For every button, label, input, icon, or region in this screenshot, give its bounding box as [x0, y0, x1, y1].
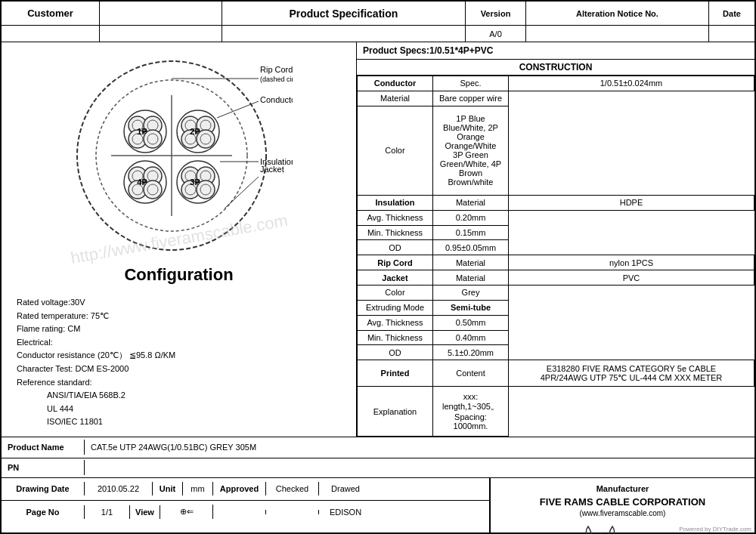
subcategory-label: Min. Thickness	[358, 330, 433, 345]
approved-label: Approved	[213, 482, 266, 495]
spec-table: ConductorSpec.1/0.51±0.024mmMaterialBare…	[357, 76, 754, 437]
category-label: Conductor	[358, 76, 433, 91]
unit-label: Unit	[153, 482, 183, 495]
version-label: Version	[466, 2, 526, 25]
page-no-value: 1/1	[85, 505, 130, 519]
subcategory-label: OD	[358, 240, 433, 255]
config-label: Configuration	[124, 265, 233, 285]
value-label: 1/0.51±0.024mm	[509, 76, 754, 91]
subcategory-label: Avg. Thickness	[358, 315, 433, 330]
footer-rows: Drawing Date 2010.05.22 Unit mm Approved…	[2, 478, 754, 534]
category-label: Insulation	[358, 195, 433, 210]
subcategory-label: Min. Thickness	[358, 225, 433, 240]
version-row-date-val	[709, 26, 754, 42]
drawed-label: Drawed	[319, 482, 372, 495]
table-row: Min. Thickness0.15mm	[358, 225, 754, 240]
jacket-label: Jacket	[260, 165, 284, 174]
product-name-row: Product Name CAT.5e UTP 24AWG(1/0.51BC) …	[2, 437, 754, 458]
five-rams-logo	[578, 520, 623, 534]
value-label: 0.50mm	[433, 315, 509, 330]
view-label: View	[130, 505, 160, 519]
powered-by: Powered by DIYTrade.com	[679, 526, 751, 532]
table-row: Extruding ModeSemi-tube	[358, 300, 754, 315]
subcategory-label: Explanation	[358, 387, 433, 437]
category-label: Jacket	[358, 270, 433, 286]
left-panel: http://www.fiveramscable.com	[2, 42, 357, 437]
category-label: Rip Cord	[358, 255, 433, 270]
header-row: Customer Product Specification Version A…	[2, 2, 754, 26]
table-row: ConductorSpec.1/0.51±0.024mm	[358, 76, 754, 91]
main-content: http://www.fiveramscable.com	[2, 42, 754, 437]
table-row: Rip CordMaterialnylon 1PCS	[358, 255, 754, 270]
table-row: OD5.1±0.20mm	[358, 345, 754, 360]
value-label: 0.20mm	[433, 210, 509, 225]
version-row: A/0	[2, 26, 754, 42]
version-row-mid	[222, 26, 466, 42]
pn-label: PN	[2, 460, 85, 475]
product-name-value: CAT.5e UTP 24AWG(1/0.51BC) GREY 305M	[85, 440, 754, 455]
page: Customer Product Specification Version A…	[0, 0, 756, 534]
subcategory-label: Material	[433, 270, 509, 286]
subcategory-label: Color	[358, 106, 433, 195]
table-row: JacketMaterialPVC	[358, 270, 754, 286]
alteration-label: Alteration Notice No.	[526, 2, 709, 25]
subcategory-label: Content	[433, 360, 509, 387]
version-value: A/0	[466, 26, 526, 42]
value-label: nylon 1PCS	[509, 255, 754, 270]
construction-header: CONSTRUCTION	[357, 60, 754, 76]
subcategory-label: Material	[358, 91, 433, 106]
view-symbol: ⊕⇐	[160, 505, 213, 519]
footer-left: Drawing Date 2010.05.22 Unit mm Approved…	[2, 478, 490, 534]
subcategory-label: Avg. Thickness	[358, 210, 433, 225]
table-row: Explanationxxx: length,1~305。Spacing: 10…	[358, 387, 754, 437]
table-row: OD0.95±0.05mm	[358, 240, 754, 255]
table-row: PrintedContentE318280 FIVE RAMS CATEGORY…	[358, 360, 754, 387]
unit-value: mm	[183, 482, 213, 495]
svg-text:1P: 1P	[137, 127, 147, 136]
cable-diagram: 1P 2P	[66, 50, 293, 261]
value-label: Semi-tube	[433, 300, 509, 315]
value-label: 0.40mm	[433, 330, 509, 345]
checked-value	[266, 510, 319, 514]
table-row: Min. Thickness0.40mm	[358, 330, 754, 345]
svg-text:2P: 2P	[190, 127, 200, 136]
approved-value	[213, 510, 266, 514]
checked-label: Checked	[266, 482, 319, 495]
logo-area: FIVE RAMS	[578, 520, 668, 534]
subcategory-label: Material	[433, 255, 509, 270]
svg-text:3P: 3P	[190, 177, 200, 187]
table-row: InsulationMaterialHDPE	[358, 195, 754, 210]
table-row: Color1P Blue Blue/White, 2P Orange Orang…	[358, 106, 754, 195]
value-label: 5.1±0.20mm	[433, 345, 509, 360]
drawing-date-label: Drawing Date	[2, 482, 85, 495]
value-label: 0.95±0.05mm	[433, 240, 509, 255]
value-label: xxx: length,1~305。Spacing: 1000mm.	[433, 387, 509, 437]
right-panel: Product Specs:1/0.51*4P+PVC CONSTRUCTION…	[357, 42, 754, 437]
rip-cord-label: Rip Cord	[260, 65, 293, 74]
value-label: Grey	[433, 285, 509, 300]
svg-line-44	[217, 101, 259, 118]
customer-label: Customer	[2, 2, 100, 25]
value-label: 0.15mm	[433, 225, 509, 240]
bottom-section: Product Name CAT.5e UTP 24AWG(1/0.51BC) …	[2, 437, 754, 534]
conductor-label: Conductor	[260, 95, 293, 104]
table-row: MaterialBare copper wire	[358, 91, 754, 106]
footer-page-row: Page No 1/1 View ⊕⇐ EDISON	[2, 501, 489, 523]
value-label: 1P Blue Blue/White, 2P Orange Orange/Whi…	[433, 106, 509, 195]
version-row-alt-val	[526, 26, 709, 42]
subcategory-label: Spec.	[433, 76, 509, 91]
spec-text: Rated voltage:30V Rated temperature: 75℃…	[9, 296, 349, 429]
svg-text:4P: 4P	[137, 177, 147, 187]
product-spec-label: Product Specification	[222, 2, 466, 25]
version-row-left	[2, 26, 100, 42]
table-row: ColorGrey	[358, 285, 754, 300]
footer-drawing-row: Drawing Date 2010.05.22 Unit mm Approved…	[2, 478, 489, 501]
manufacturer-label: Manufacturer	[596, 484, 649, 493]
manufacturer-name: FIVE RAMS CABLE CORPORATION	[540, 496, 705, 508]
value-label: E318280 FIVE RAMS CATEGORY 5e CABLE4PR/2…	[509, 360, 754, 387]
table-row: Avg. Thickness0.20mm	[358, 210, 754, 225]
svg-text:(dashed circle): (dashed circle)	[260, 76, 293, 83]
version-row-customer-val	[100, 26, 222, 42]
value-label: HDPE	[509, 195, 754, 210]
value-label: PVC	[509, 270, 754, 286]
